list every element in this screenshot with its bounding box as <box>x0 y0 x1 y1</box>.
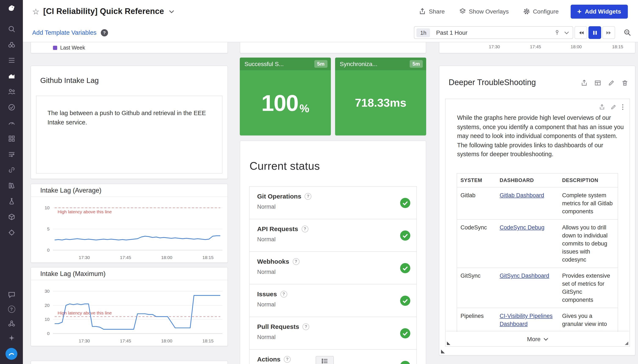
widget-query-value-sync: Synchroniza... 5m 718.33ms <box>335 58 426 136</box>
header: ☆ [CI Reliability] Quick Reference Share… <box>23 0 638 42</box>
status-state: Normal <box>257 236 416 242</box>
svg-text:0: 0 <box>47 248 50 252</box>
svg-text:18:00: 18:00 <box>161 338 172 343</box>
group-title: Current status <box>240 141 426 173</box>
status-ok-icon <box>400 328 411 338</box>
dashboard-link[interactable]: GitSync Dashboard <box>500 272 549 279</box>
zoom-out-button[interactable] <box>621 26 634 39</box>
organization-icon[interactable] <box>7 319 16 328</box>
dashboard-link[interactable]: Gitlab Dashboard <box>500 192 544 198</box>
watchdog-icon[interactable] <box>7 103 16 111</box>
edit-pencil-icon[interactable] <box>610 104 616 110</box>
list-icon <box>321 358 328 363</box>
datadog-logo-icon[interactable] <box>7 4 16 13</box>
synthetics-icon[interactable] <box>7 118 16 127</box>
widget-intake-lag-maximum: Intake Lag (Maximum) 010203017:3017:4518… <box>31 267 228 346</box>
status-state: Normal <box>257 301 416 308</box>
trash-icon[interactable] <box>621 80 628 86</box>
integrations-icon[interactable] <box>7 134 16 143</box>
forward-button[interactable] <box>602 26 615 39</box>
configure-button[interactable]: Configure <box>523 8 559 15</box>
rewind-button[interactable] <box>574 26 587 39</box>
help-icon[interactable]: ? <box>292 258 299 265</box>
chat-support-icon[interactable] <box>7 290 16 299</box>
status-list: Git Operations ? Normal API Requests ? N… <box>249 187 417 364</box>
edit-pencil-icon[interactable] <box>608 80 615 86</box>
status-item-git-operations: Git Operations ? Normal <box>249 186 417 219</box>
template-variables-help-icon[interactable]: ? <box>101 29 108 36</box>
widget-query-value-success: Successful S... 5m 100 % <box>240 58 331 136</box>
legend-item-last-week[interactable]: Last Week <box>60 45 85 51</box>
svg-text:18:00: 18:00 <box>161 255 172 260</box>
help-icon[interactable]: ? <box>304 193 311 200</box>
kebab-menu-icon[interactable] <box>622 104 623 110</box>
chart-title: Intake Lag (Maximum) <box>31 270 106 278</box>
datadog-dashboard: ? ☆ [CI Reliability] Quick Reference Sha… <box>0 0 638 364</box>
status-state: Normal <box>257 334 416 340</box>
query-value-unit: % <box>299 102 309 115</box>
search-icon[interactable] <box>7 24 16 33</box>
svg-text:17:45: 17:45 <box>120 338 131 343</box>
resize-handle[interactable] <box>447 342 450 345</box>
infrastructure-icon[interactable] <box>7 40 16 49</box>
time-window-badge: 5m <box>314 60 328 68</box>
notebooks-icon[interactable] <box>7 181 16 190</box>
pipelines-icon[interactable] <box>7 150 16 158</box>
pin-icon <box>554 30 560 36</box>
column-header-dashboard: DASHBOARD <box>496 173 559 187</box>
export-icon[interactable] <box>581 80 588 86</box>
export-icon[interactable] <box>599 104 605 110</box>
partial-widget-timeseries: 17:30 17:45 18:00 18:15 <box>439 42 635 53</box>
status-item-api-requests: API Requests ? Normal <box>249 219 417 252</box>
options-button[interactable] <box>315 356 334 364</box>
note-text: The lag between a push to Github and ret… <box>37 96 219 127</box>
apm-services-icon[interactable] <box>7 87 16 96</box>
metrics-icon[interactable] <box>7 72 16 80</box>
note-widget: The lag between a push to Github and ret… <box>36 96 222 174</box>
user-avatar[interactable] <box>6 348 17 360</box>
more-button[interactable]: More <box>446 332 629 346</box>
resize-handle[interactable] <box>441 350 445 354</box>
intake-lag-average-chart: 051017:3017:4518:0018:15High latency abo… <box>31 197 227 262</box>
whats-new-icon[interactable] <box>7 334 16 342</box>
page-title: [CI Reliability] Quick Reference <box>43 7 164 16</box>
widget-github-intake-lag: Github Intake Lag The lag between a push… <box>31 66 228 179</box>
help-icon[interactable]: ? <box>280 290 287 297</box>
security-icon[interactable] <box>7 228 16 236</box>
widget-intake-lag-average: Intake Lag (Average) 051017:3017:4518:00… <box>31 184 228 263</box>
add-widgets-button[interactable]: + Add Widgets <box>570 4 628 18</box>
status-ok-icon <box>400 296 411 306</box>
service-map-icon[interactable] <box>7 166 16 174</box>
svg-text:18:15: 18:15 <box>202 255 214 260</box>
svg-text:High latency above this line: High latency above this line <box>58 310 112 315</box>
sidebar: ? <box>0 0 23 364</box>
table-row: GitSync GitSync Dashboard Provides exten… <box>457 268 618 308</box>
favorite-star-icon[interactable]: ☆ <box>32 8 39 16</box>
svg-text:17:30: 17:30 <box>79 338 90 343</box>
query-value: 100 <box>261 90 298 116</box>
add-template-variables-link[interactable]: Add Template Variables <box>32 29 97 36</box>
title-chevron-down-icon[interactable] <box>169 10 174 13</box>
svg-text:5: 5 <box>47 226 50 231</box>
partial-widget-bottom <box>31 360 228 364</box>
dashboard-link[interactable]: CI-Visibility Pipelines Dashboard <box>500 313 553 327</box>
help-icon[interactable]: ? <box>7 305 16 313</box>
help-icon[interactable]: ? <box>284 356 291 362</box>
events-list-icon[interactable] <box>7 56 16 64</box>
dashboard-link[interactable]: CodeSync Debug <box>500 224 545 231</box>
table-icon[interactable] <box>594 80 601 86</box>
svg-text:10: 10 <box>45 317 50 322</box>
pause-button[interactable] <box>588 26 601 39</box>
time-range-picker[interactable]: 1h Past 1 Hour <box>414 26 573 39</box>
chevron-down-icon <box>564 31 569 34</box>
packages-icon[interactable] <box>7 212 16 221</box>
show-overlays-button[interactable]: Show Overlays <box>459 8 509 15</box>
help-icon[interactable]: ? <box>301 226 308 232</box>
resize-handle[interactable] <box>625 342 628 345</box>
chevron-down-icon <box>543 338 548 340</box>
monitors-icon[interactable] <box>7 197 16 205</box>
help-icon[interactable]: ? <box>302 323 309 330</box>
share-button[interactable]: Share <box>419 8 445 15</box>
intake-lag-maximum-chart: 010203017:3017:4518:0018:15High latency … <box>31 280 227 346</box>
svg-text:20: 20 <box>45 303 50 308</box>
